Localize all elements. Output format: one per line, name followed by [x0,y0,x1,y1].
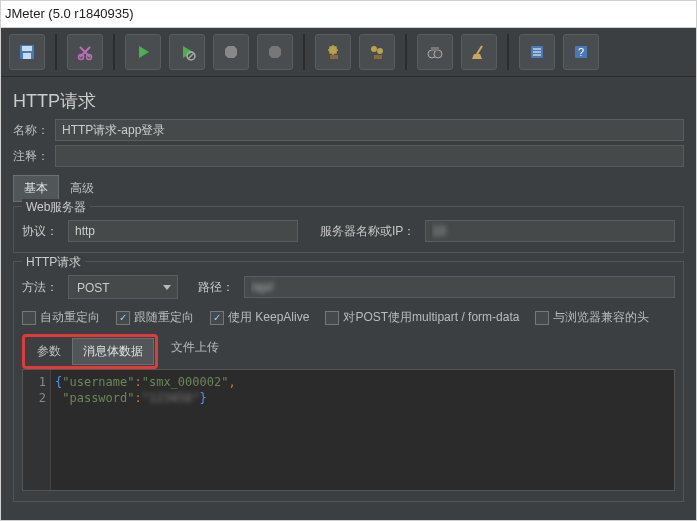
main-toolbar: ? [1,28,696,77]
tab-advanced[interactable]: 高级 [59,175,105,202]
toolbar-button-help[interactable]: ? [563,34,599,70]
comment-row: 注释： [13,145,684,167]
play-no-pause-icon [178,43,196,61]
toolbar-sep-5 [507,34,509,70]
gears-broom-icon [368,43,386,61]
editor-code: {"username":"smx_000002", "password":"12… [55,374,670,406]
toolbar-button-shutdown[interactable] [257,34,293,70]
tab-params[interactable]: 参数 [26,338,72,365]
multipart-label: 对POST使用multipart / form-data [343,309,519,326]
redirect-auto-label: 自动重定向 [40,309,100,326]
toolbar-button-search[interactable] [417,34,453,70]
stop-icon [222,43,240,61]
browser-headers-checkbox[interactable]: 与浏览器兼容的头 [535,309,649,326]
toolbar-button-start-no-pause[interactable] [169,34,205,70]
app-body: ? HTTP请求 名称： 注释： 基本 高级 Web服务器 协议： [1,28,696,521]
options-row: 自动重定向 跟随重定向 使用 KeepAlive 对POST使用mul [22,309,675,326]
highlight-box: 参数 消息体数据 [22,334,158,369]
broom-icon [470,43,488,61]
line-number-1: 1 [23,374,46,390]
method-value: POST [77,281,110,295]
save-icon [18,43,36,61]
svg-rect-15 [374,55,382,59]
svg-text:?: ? [578,46,584,58]
svg-rect-12 [330,55,338,59]
svg-point-14 [377,48,383,54]
tab-body-data[interactable]: 消息体数据 [72,338,154,365]
svg-rect-18 [431,47,439,51]
http-request-group: HTTP请求 方法： POST 路径： [13,261,684,502]
name-row: 名称： [13,119,684,141]
svg-rect-2 [23,53,31,59]
binoculars-icon [426,43,444,61]
toolbar-sep-4 [405,34,407,70]
body-editor[interactable]: 1 2 {"username":"smx_000002", "password"… [22,369,675,491]
protocol-label: 协议： [22,223,58,240]
server-label: 服务器名称或IP： [320,223,415,240]
play-icon [134,43,152,61]
help-icon: ? [572,43,590,61]
notepad-icon [528,43,546,61]
protocol-input[interactable] [68,220,298,242]
toolbar-button-save[interactable] [9,34,45,70]
toolbar-button-function-helper[interactable] [519,34,555,70]
checkbox-icon [116,311,130,325]
checkbox-icon [535,311,549,325]
tab-basic[interactable]: 基本 [13,175,59,202]
web-server-legend: Web服务器 [22,199,90,216]
svg-point-13 [371,46,377,52]
toolbar-button-clear-all[interactable] [359,34,395,70]
window-title: JMeter (5.0 r1840935) [5,6,134,21]
web-server-group: Web服务器 协议： 服务器名称或IP： [13,206,684,253]
name-input[interactable] [55,119,684,141]
page-title: HTTP请求 [13,89,684,113]
checkbox-icon [22,311,36,325]
toolbar-sep-2 [113,34,115,70]
chevron-down-icon [161,281,173,293]
scissors-icon [76,43,94,61]
toolbar-button-clear[interactable] [315,34,351,70]
toolbar-button-start[interactable] [125,34,161,70]
window-titlebar: JMeter (5.0 r1840935) [1,1,696,28]
editor-gutter: 1 2 [23,370,51,490]
follow-redirect-checkbox[interactable]: 跟随重定向 [116,309,194,326]
jmeter-window: JMeter (5.0 r1840935) [0,0,697,521]
keepalive-label: 使用 KeepAlive [228,309,309,326]
path-label: 路径： [198,279,234,296]
config-tabs: 基本 高级 [13,175,684,202]
toolbar-sep-1 [55,34,57,70]
checkbox-icon [210,311,224,325]
gear-broom-icon [324,43,342,61]
comment-label: 注释： [13,148,55,165]
body-tabs: 参数 消息体数据 文件上传 [22,334,675,369]
comment-input[interactable] [55,145,684,167]
shutdown-icon [266,43,284,61]
server-input[interactable] [425,220,675,242]
svg-rect-1 [22,46,32,51]
svg-marker-27 [163,285,171,290]
svg-point-17 [434,50,442,58]
multipart-checkbox[interactable]: 对POST使用multipart / form-data [325,309,519,326]
toolbar-button-stop[interactable] [213,34,249,70]
method-select[interactable]: POST [68,275,178,299]
follow-redirect-label: 跟随重定向 [134,309,194,326]
browser-headers-label: 与浏览器兼容的头 [553,309,649,326]
svg-marker-20 [472,54,482,59]
line-number-2: 2 [23,390,46,406]
toolbar-button-cut[interactable] [67,34,103,70]
tab-file-upload[interactable]: 文件上传 [160,334,230,369]
redirect-auto-checkbox[interactable]: 自动重定向 [22,309,100,326]
name-label: 名称： [13,122,55,139]
checkbox-icon [325,311,339,325]
svg-line-19 [477,46,482,54]
path-input[interactable] [244,276,675,298]
main-content: HTTP请求 名称： 注释： 基本 高级 Web服务器 协议： 服务器名称或IP… [1,77,696,502]
http-request-legend: HTTP请求 [22,254,85,271]
svg-marker-10 [269,46,281,58]
keepalive-checkbox[interactable]: 使用 KeepAlive [210,309,309,326]
toolbar-sep-3 [303,34,305,70]
toolbar-button-reset-search[interactable] [461,34,497,70]
svg-marker-9 [225,46,237,58]
svg-marker-5 [139,46,149,58]
method-label: 方法： [22,279,58,296]
